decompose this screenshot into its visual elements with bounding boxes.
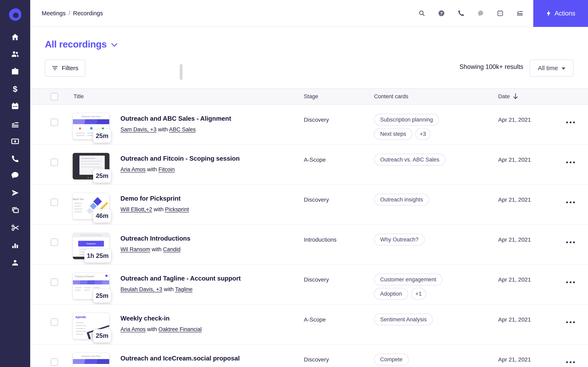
recording-participants: Aria Amos with Fitcoin: [121, 166, 240, 173]
actions-button[interactable]: Actions: [533, 0, 588, 27]
row-more-button[interactable]: [561, 318, 580, 326]
stage-value: Introductions: [304, 236, 337, 243]
app-window: $ Meetings / Recordings ? Actions: [0, 0, 588, 367]
company-link[interactable]: Picksprint: [165, 206, 189, 212]
content-card-pill[interactable]: Sentiment Analysis: [374, 314, 433, 325]
row-checkbox[interactable]: [51, 119, 58, 126]
content-card-more-pill[interactable]: +1: [411, 288, 426, 300]
row-checkbox[interactable]: [51, 359, 58, 366]
duration-badge: 1h 25m: [84, 249, 111, 263]
row-checkbox[interactable]: [51, 239, 58, 246]
recording-title[interactable]: Outreach and ABC Sales - Alignment: [121, 115, 231, 122]
recording-thumbnail[interactable]: Agenda 25m: [73, 313, 109, 339]
breadcrumb-section[interactable]: Meetings: [42, 10, 66, 17]
recording-title[interactable]: Outreach Introductions: [121, 235, 190, 242]
scrollbar-thumb[interactable]: [180, 64, 182, 80]
content-card-pill[interactable]: Outreach insights: [374, 194, 429, 206]
sidebar-item-messages[interactable]: [0, 171, 30, 180]
content-card-more-pill[interactable]: +3: [415, 128, 431, 140]
table-row: Inbound Lead Flow 25m Outreach and IceCr…: [30, 345, 588, 367]
row-checkbox[interactable]: [51, 199, 58, 206]
outreach-logo-icon[interactable]: [8, 8, 22, 22]
participants-link[interactable]: Wil Ransom: [121, 246, 150, 252]
lightning-icon: [546, 10, 551, 17]
sidebar-item-profile[interactable]: [0, 259, 30, 267]
bar-chart-icon: [11, 241, 19, 250]
recording-thumbnail[interactable]: About You 46m: [73, 193, 109, 219]
column-date[interactable]: Date: [498, 89, 510, 104]
sidebar-item-prospects[interactable]: [0, 50, 30, 59]
company-link[interactable]: Candid: [163, 246, 181, 252]
participants-link[interactable]: Aria Amos: [121, 326, 146, 332]
content-card-pill[interactable]: Outreach vs. ABC Sales: [374, 154, 445, 166]
content-card-pill[interactable]: Subscription planning: [374, 114, 439, 125]
sidebar-item-sequences[interactable]: [0, 189, 30, 198]
row-more-button[interactable]: [561, 278, 580, 286]
company-link[interactable]: Tagline: [175, 286, 192, 292]
time-range-dropdown[interactable]: All time: [530, 59, 573, 77]
row-checkbox[interactable]: [51, 318, 58, 326]
recording-title[interactable]: Outreach and IceCream.social proposal: [121, 355, 240, 362]
recording-title[interactable]: Demo for Picksprint: [121, 195, 189, 202]
row-more-button[interactable]: [561, 358, 580, 366]
recording-thumbnail[interactable]: Inbound Lead Flow 25m: [73, 113, 109, 140]
sidebar-item-screen-share[interactable]: [0, 137, 30, 146]
chat-icon[interactable]: [477, 9, 484, 17]
sidebar-item-snippets[interactable]: [0, 224, 30, 233]
search-icon[interactable]: [418, 9, 426, 17]
sidebar-item-templates[interactable]: [0, 206, 30, 215]
content-card-pill[interactable]: Customer engagement: [374, 274, 442, 285]
stage-value: Discovery: [304, 117, 329, 123]
row-checkbox[interactable]: [51, 159, 58, 166]
participants-link[interactable]: Beulah Davis, +3: [121, 286, 162, 292]
content-card-pill[interactable]: Adoption: [374, 288, 408, 300]
sidebar-item-opportunities[interactable]: $: [0, 85, 30, 94]
recording-thumbnail[interactable]: Inbound Lead Flow 25m: [73, 353, 109, 367]
sidebar-item-reports[interactable]: [0, 241, 30, 250]
recording-thumbnail[interactable]: 25m: [73, 153, 109, 179]
participants-link[interactable]: Sam Davis, +3: [121, 126, 156, 133]
sidebar-item-home[interactable]: [0, 33, 30, 42]
content-card-pill[interactable]: Why Outreach?: [374, 234, 425, 245]
row-more-button[interactable]: [561, 158, 580, 166]
participants-link[interactable]: Will Elliott,+2: [121, 206, 152, 212]
recording-title[interactable]: Outreach and Fitcoin - Scoping session: [121, 155, 240, 162]
company-link[interactable]: ABC Sales: [169, 126, 196, 133]
sidebar-item-accounts[interactable]: [0, 67, 30, 76]
content-card-pill[interactable]: Next steps: [374, 128, 412, 140]
sidebar-item-calls[interactable]: [0, 155, 30, 164]
participants-link[interactable]: Aria Amos: [121, 166, 146, 173]
phone-icon[interactable]: [457, 9, 465, 17]
row-more-button[interactable]: [561, 118, 580, 126]
recording-title[interactable]: Outreach and Tagline - Account support: [121, 275, 241, 282]
topbar: Meetings / Recordings ? Actions: [30, 0, 588, 27]
recording-thumbnail[interactable]: Training Schedule 25m: [73, 273, 109, 299]
table-row: 25m Outreach and Fitcoin - Scoping sessi…: [30, 145, 588, 185]
calendar-icon[interactable]: [496, 9, 504, 17]
row-more-button[interactable]: [561, 198, 580, 206]
content-card-pill[interactable]: Compete: [374, 354, 409, 365]
view-selector[interactable]: All recordings: [45, 39, 118, 50]
stage-value: Discovery: [304, 276, 329, 283]
duration-badge: 25m: [93, 329, 111, 342]
sort-desc-icon[interactable]: [512, 93, 519, 100]
task-list-icon[interactable]: [516, 9, 524, 17]
company-link[interactable]: Fitcoin: [158, 166, 175, 173]
company-link[interactable]: Oaktree Financial: [158, 326, 202, 332]
help-icon[interactable]: ?: [438, 9, 445, 17]
participants-link[interactable]: Jessica Babb: [121, 366, 153, 367]
filters-button[interactable]: Filters: [45, 59, 85, 77]
duration-badge: 25m: [93, 289, 111, 303]
recording-title[interactable]: Weekly check-in: [121, 315, 202, 322]
recording-participants: Aria Amos with Oaktree Financial: [121, 326, 202, 333]
breadcrumb-page: Recordings: [73, 10, 103, 17]
company-link[interactable]: Ice Cream Social: [166, 366, 208, 367]
sidebar-item-calendar[interactable]: [0, 102, 30, 111]
sidebar-item-tasks[interactable]: [0, 120, 30, 129]
select-all-checkbox[interactable]: [51, 93, 58, 100]
recording-thumbnail[interactable]: Outreach 1h 25m: [73, 233, 109, 259]
row-checkbox[interactable]: [51, 278, 58, 286]
date-value: Apr 21, 2021: [498, 197, 531, 203]
people-icon: [11, 50, 19, 59]
row-more-button[interactable]: [561, 238, 580, 246]
